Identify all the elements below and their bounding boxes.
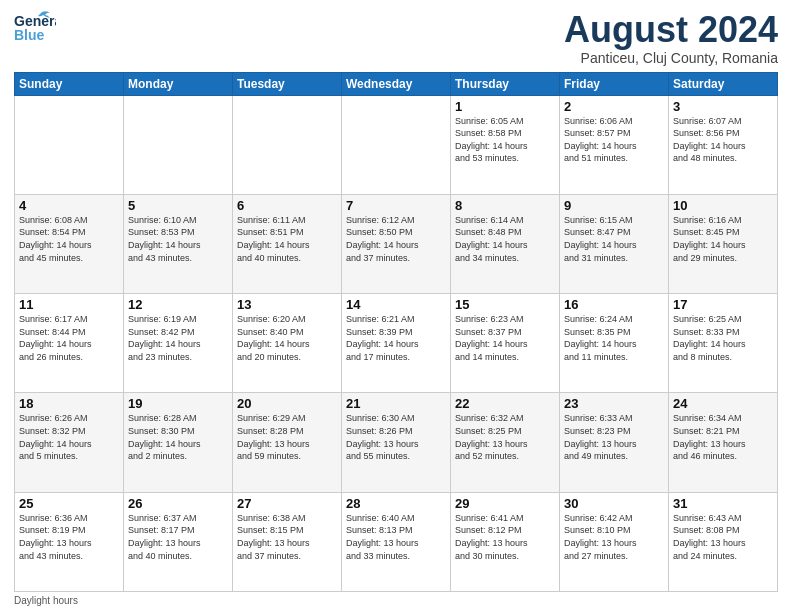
day-info: Sunrise: 6:12 AM Sunset: 8:50 PM Dayligh… [346, 214, 446, 264]
day-number: 5 [128, 198, 228, 213]
day-info: Sunrise: 6:40 AM Sunset: 8:13 PM Dayligh… [346, 512, 446, 562]
header-friday: Friday [560, 72, 669, 95]
day-info: Sunrise: 6:32 AM Sunset: 8:25 PM Dayligh… [455, 412, 555, 462]
day-number: 27 [237, 496, 337, 511]
day-info: Sunrise: 6:30 AM Sunset: 8:26 PM Dayligh… [346, 412, 446, 462]
calendar-cell: 21Sunrise: 6:30 AM Sunset: 8:26 PM Dayli… [342, 393, 451, 492]
day-number: 31 [673, 496, 773, 511]
day-number: 19 [128, 396, 228, 411]
calendar-cell: 4Sunrise: 6:08 AM Sunset: 8:54 PM Daylig… [15, 194, 124, 293]
calendar-cell: 13Sunrise: 6:20 AM Sunset: 8:40 PM Dayli… [233, 294, 342, 393]
day-number: 18 [19, 396, 119, 411]
header-thursday: Thursday [451, 72, 560, 95]
header-tuesday: Tuesday [233, 72, 342, 95]
day-number: 1 [455, 99, 555, 114]
calendar-cell: 12Sunrise: 6:19 AM Sunset: 8:42 PM Dayli… [124, 294, 233, 393]
calendar-cell: 3Sunrise: 6:07 AM Sunset: 8:56 PM Daylig… [669, 95, 778, 194]
day-number: 14 [346, 297, 446, 312]
subtitle: Panticeu, Cluj County, Romania [564, 50, 778, 66]
calendar-cell: 8Sunrise: 6:14 AM Sunset: 8:48 PM Daylig… [451, 194, 560, 293]
calendar: Sunday Monday Tuesday Wednesday Thursday… [14, 72, 778, 592]
day-number: 17 [673, 297, 773, 312]
day-info: Sunrise: 6:37 AM Sunset: 8:17 PM Dayligh… [128, 512, 228, 562]
day-info: Sunrise: 6:06 AM Sunset: 8:57 PM Dayligh… [564, 115, 664, 165]
calendar-cell: 14Sunrise: 6:21 AM Sunset: 8:39 PM Dayli… [342, 294, 451, 393]
calendar-cell: 25Sunrise: 6:36 AM Sunset: 8:19 PM Dayli… [15, 492, 124, 591]
calendar-cell: 31Sunrise: 6:43 AM Sunset: 8:08 PM Dayli… [669, 492, 778, 591]
calendar-cell: 9Sunrise: 6:15 AM Sunset: 8:47 PM Daylig… [560, 194, 669, 293]
calendar-week-1: 1Sunrise: 6:05 AM Sunset: 8:58 PM Daylig… [15, 95, 778, 194]
month-title: August 2024 [564, 10, 778, 50]
calendar-cell [15, 95, 124, 194]
day-info: Sunrise: 6:43 AM Sunset: 8:08 PM Dayligh… [673, 512, 773, 562]
logo: General Blue [14, 10, 56, 50]
header: General Blue August 2024 Panticeu, Cluj … [14, 10, 778, 66]
header-wednesday: Wednesday [342, 72, 451, 95]
title-area: August 2024 Panticeu, Cluj County, Roman… [564, 10, 778, 66]
calendar-cell: 11Sunrise: 6:17 AM Sunset: 8:44 PM Dayli… [15, 294, 124, 393]
day-info: Sunrise: 6:41 AM Sunset: 8:12 PM Dayligh… [455, 512, 555, 562]
day-info: Sunrise: 6:19 AM Sunset: 8:42 PM Dayligh… [128, 313, 228, 363]
day-info: Sunrise: 6:16 AM Sunset: 8:45 PM Dayligh… [673, 214, 773, 264]
day-number: 13 [237, 297, 337, 312]
calendar-cell: 1Sunrise: 6:05 AM Sunset: 8:58 PM Daylig… [451, 95, 560, 194]
calendar-cell: 15Sunrise: 6:23 AM Sunset: 8:37 PM Dayli… [451, 294, 560, 393]
calendar-cell: 17Sunrise: 6:25 AM Sunset: 8:33 PM Dayli… [669, 294, 778, 393]
day-info: Sunrise: 6:10 AM Sunset: 8:53 PM Dayligh… [128, 214, 228, 264]
day-number: 11 [19, 297, 119, 312]
day-number: 2 [564, 99, 664, 114]
day-number: 10 [673, 198, 773, 213]
calendar-cell [342, 95, 451, 194]
day-info: Sunrise: 6:42 AM Sunset: 8:10 PM Dayligh… [564, 512, 664, 562]
calendar-cell: 7Sunrise: 6:12 AM Sunset: 8:50 PM Daylig… [342, 194, 451, 293]
calendar-cell: 2Sunrise: 6:06 AM Sunset: 8:57 PM Daylig… [560, 95, 669, 194]
logo-svg: General Blue [14, 10, 56, 50]
calendar-cell: 6Sunrise: 6:11 AM Sunset: 8:51 PM Daylig… [233, 194, 342, 293]
calendar-cell: 29Sunrise: 6:41 AM Sunset: 8:12 PM Dayli… [451, 492, 560, 591]
calendar-cell: 30Sunrise: 6:42 AM Sunset: 8:10 PM Dayli… [560, 492, 669, 591]
day-info: Sunrise: 6:21 AM Sunset: 8:39 PM Dayligh… [346, 313, 446, 363]
day-info: Sunrise: 6:17 AM Sunset: 8:44 PM Dayligh… [19, 313, 119, 363]
day-number: 29 [455, 496, 555, 511]
calendar-cell: 22Sunrise: 6:32 AM Sunset: 8:25 PM Dayli… [451, 393, 560, 492]
calendar-cell: 26Sunrise: 6:37 AM Sunset: 8:17 PM Dayli… [124, 492, 233, 591]
day-info: Sunrise: 6:23 AM Sunset: 8:37 PM Dayligh… [455, 313, 555, 363]
calendar-cell: 24Sunrise: 6:34 AM Sunset: 8:21 PM Dayli… [669, 393, 778, 492]
header-monday: Monday [124, 72, 233, 95]
day-number: 15 [455, 297, 555, 312]
day-info: Sunrise: 6:26 AM Sunset: 8:32 PM Dayligh… [19, 412, 119, 462]
day-info: Sunrise: 6:34 AM Sunset: 8:21 PM Dayligh… [673, 412, 773, 462]
day-number: 3 [673, 99, 773, 114]
svg-text:Blue: Blue [14, 27, 45, 43]
day-info: Sunrise: 6:20 AM Sunset: 8:40 PM Dayligh… [237, 313, 337, 363]
day-number: 30 [564, 496, 664, 511]
day-number: 8 [455, 198, 555, 213]
calendar-cell [233, 95, 342, 194]
calendar-cell: 23Sunrise: 6:33 AM Sunset: 8:23 PM Dayli… [560, 393, 669, 492]
page: General Blue August 2024 Panticeu, Cluj … [0, 0, 792, 612]
day-number: 28 [346, 496, 446, 511]
calendar-week-3: 11Sunrise: 6:17 AM Sunset: 8:44 PM Dayli… [15, 294, 778, 393]
day-number: 12 [128, 297, 228, 312]
calendar-cell: 28Sunrise: 6:40 AM Sunset: 8:13 PM Dayli… [342, 492, 451, 591]
calendar-week-5: 25Sunrise: 6:36 AM Sunset: 8:19 PM Dayli… [15, 492, 778, 591]
calendar-cell: 18Sunrise: 6:26 AM Sunset: 8:32 PM Dayli… [15, 393, 124, 492]
day-info: Sunrise: 6:07 AM Sunset: 8:56 PM Dayligh… [673, 115, 773, 165]
day-info: Sunrise: 6:08 AM Sunset: 8:54 PM Dayligh… [19, 214, 119, 264]
day-info: Sunrise: 6:24 AM Sunset: 8:35 PM Dayligh… [564, 313, 664, 363]
footer-note: Daylight hours [14, 595, 778, 606]
day-info: Sunrise: 6:28 AM Sunset: 8:30 PM Dayligh… [128, 412, 228, 462]
header-sunday: Sunday [15, 72, 124, 95]
day-info: Sunrise: 6:05 AM Sunset: 8:58 PM Dayligh… [455, 115, 555, 165]
day-number: 23 [564, 396, 664, 411]
day-info: Sunrise: 6:11 AM Sunset: 8:51 PM Dayligh… [237, 214, 337, 264]
day-info: Sunrise: 6:15 AM Sunset: 8:47 PM Dayligh… [564, 214, 664, 264]
day-info: Sunrise: 6:33 AM Sunset: 8:23 PM Dayligh… [564, 412, 664, 462]
day-info: Sunrise: 6:25 AM Sunset: 8:33 PM Dayligh… [673, 313, 773, 363]
day-number: 24 [673, 396, 773, 411]
calendar-cell: 5Sunrise: 6:10 AM Sunset: 8:53 PM Daylig… [124, 194, 233, 293]
calendar-cell: 19Sunrise: 6:28 AM Sunset: 8:30 PM Dayli… [124, 393, 233, 492]
day-number: 4 [19, 198, 119, 213]
day-number: 20 [237, 396, 337, 411]
day-number: 22 [455, 396, 555, 411]
